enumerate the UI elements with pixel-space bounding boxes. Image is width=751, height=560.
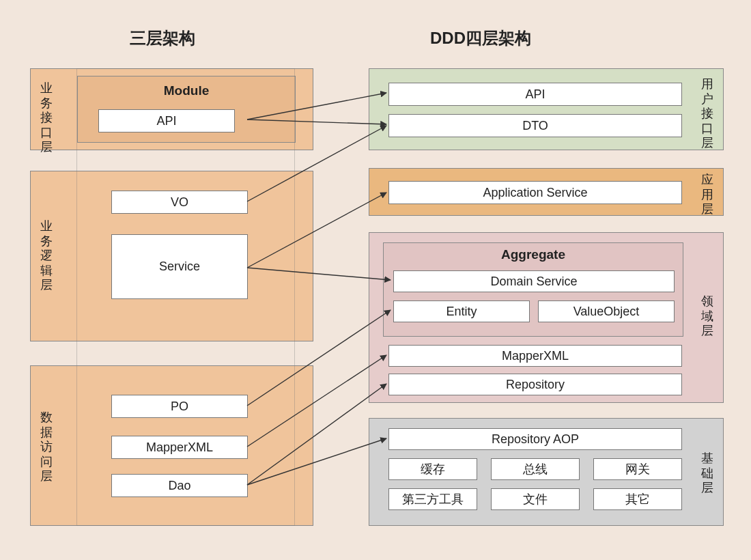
right-layer-3-label: 领域层 xyxy=(700,294,715,339)
right-bus-box: 总线 xyxy=(491,458,580,480)
left-vo-box: VO xyxy=(111,191,248,214)
left-service-box: Service xyxy=(111,234,248,299)
left-layer-2-label: 业务逻辑层 xyxy=(39,219,54,293)
right-layer-4-label: 基础层 xyxy=(700,451,715,496)
right-repo-box: Repository xyxy=(388,374,682,395)
right-layer-3: 领域层 Aggregate Domain Service Entity Valu… xyxy=(369,232,724,403)
right-layer-1: API DTO 用户接口层 xyxy=(369,68,724,150)
right-layer-2: Application Service 应用层 xyxy=(369,168,724,216)
left-layer-1: 业务接口层 Module API xyxy=(30,68,313,150)
right-other-box: 其它 xyxy=(593,488,682,510)
right-file-box: 文件 xyxy=(491,488,580,510)
right-dto-box: DTO xyxy=(388,114,682,137)
right-appservice-box: Application Service xyxy=(388,181,682,204)
right-aggregate-title: Aggregate xyxy=(384,247,683,262)
left-module-box: Module API xyxy=(77,76,296,143)
left-dao-box: Dao xyxy=(111,474,248,497)
right-layer-1-label: 用户接口层 xyxy=(700,77,715,151)
left-layer-2: 业务逻辑层 VO Service xyxy=(30,171,313,341)
right-thirdparty-box: 第三方工具 xyxy=(388,488,477,510)
right-layer-2-label: 应用层 xyxy=(700,173,715,217)
right-valueobject-box: ValueObject xyxy=(538,300,675,322)
left-po-box: PO xyxy=(111,395,248,418)
right-mapper-box: MapperXML xyxy=(388,345,682,367)
right-cache-box: 缓存 xyxy=(388,458,477,480)
title-right: DDD四层架构 xyxy=(430,27,531,49)
left-layer-3-label: 数据访问层 xyxy=(39,410,54,484)
right-api-box: API xyxy=(388,83,682,106)
left-mapper-box: MapperXML xyxy=(111,436,248,459)
right-repoaop-box: Repository AOP xyxy=(388,428,682,450)
left-module-title: Module xyxy=(78,83,295,98)
left-api-box: API xyxy=(98,109,235,132)
right-gateway-box: 网关 xyxy=(593,458,682,480)
right-layer-4: 基础层 Repository AOP 缓存 总线 网关 第三方工具 文件 其它 xyxy=(369,418,724,526)
left-layer-3: 数据访问层 PO MapperXML Dao xyxy=(30,365,313,526)
right-aggregate-box: Aggregate Domain Service Entity ValueObj… xyxy=(383,242,683,337)
right-entity-box: Entity xyxy=(393,300,530,322)
title-left: 三层架构 xyxy=(130,27,195,49)
right-domainservice-box: Domain Service xyxy=(393,270,675,292)
left-layer-1-label: 业务接口层 xyxy=(39,81,54,155)
